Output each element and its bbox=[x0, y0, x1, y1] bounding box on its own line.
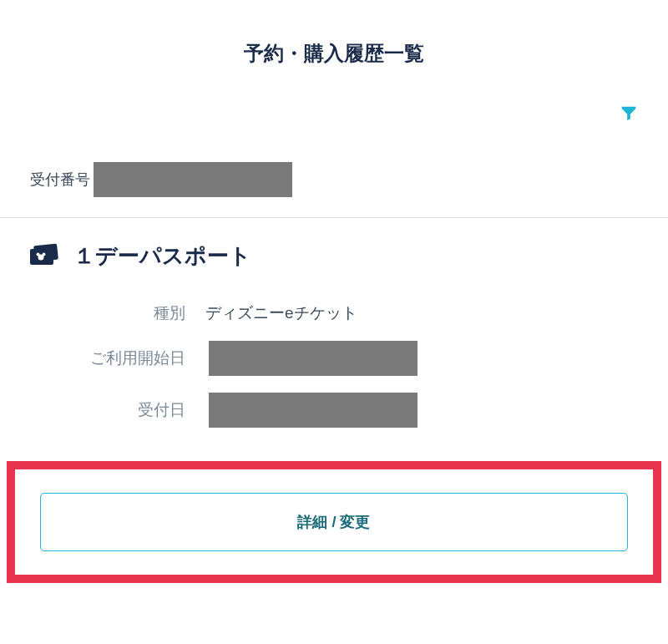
receipt-date-label: 受付日 bbox=[30, 399, 205, 421]
svg-rect-1 bbox=[33, 243, 58, 261]
receipt-date-value-redacted bbox=[209, 393, 418, 428]
svg-point-3 bbox=[37, 252, 40, 256]
detail-change-button[interactable]: 詳細 / 変更 bbox=[40, 493, 628, 551]
highlight-annotation: 詳細 / 変更 bbox=[7, 461, 661, 583]
receipt-number-row: 受付番号 bbox=[0, 145, 668, 218]
filter-icon[interactable] bbox=[620, 104, 638, 125]
start-date-value-redacted bbox=[209, 341, 418, 376]
product-header: １デーパスポート bbox=[0, 218, 668, 287]
type-value: ディズニーeチケット bbox=[205, 302, 357, 324]
detail-row-receipt-date: 受付日 bbox=[30, 384, 638, 436]
ticket-icon bbox=[30, 243, 73, 270]
svg-point-4 bbox=[43, 252, 46, 256]
receipt-number-value-redacted bbox=[94, 162, 292, 197]
detail-grid: 種別 ディズニーeチケット ご利用開始日 受付日 bbox=[0, 287, 668, 461]
receipt-number-label: 受付番号 bbox=[30, 170, 90, 190]
page-title: 予約・購入履歴一覧 bbox=[0, 0, 668, 94]
type-label: 種別 bbox=[30, 302, 205, 324]
detail-row-type: 種別 ディズニーeチケット bbox=[30, 294, 638, 332]
start-date-label: ご利用開始日 bbox=[30, 347, 205, 369]
product-name: １デーパスポート bbox=[73, 241, 251, 271]
filter-row bbox=[0, 94, 668, 145]
detail-row-start-date: ご利用開始日 bbox=[30, 332, 638, 384]
